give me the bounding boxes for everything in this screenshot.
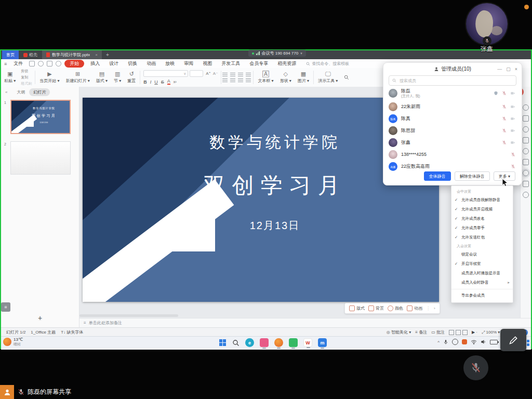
tray-app-icon[interactable] [462, 339, 467, 344]
font-size-select[interactable] [190, 70, 203, 77]
layout-quick-button[interactable]: 版式 [349, 305, 365, 311]
tray-mic-icon[interactable] [443, 339, 448, 345]
member-search-box[interactable] [389, 75, 516, 86]
menu-item-lock-meeting[interactable]: 锁定会议 [451, 250, 513, 259]
effects-tool-icon[interactable] [523, 126, 529, 132]
cut-button[interactable]: 剪切 [21, 69, 32, 74]
close-tab-icon[interactable]: × [95, 52, 98, 57]
align-right-icon[interactable] [238, 78, 243, 83]
member-row[interactable]: 陈磊(主持人, 我) [383, 86, 522, 101]
italic-button[interactable]: I [150, 79, 152, 85]
layout-button[interactable]: ▤版式 ▾ [93, 71, 111, 84]
unmute-all-button[interactable]: 解除全体静音 [455, 171, 490, 181]
collapse-panel-icon[interactable]: « [5, 90, 7, 95]
missing-font-warning[interactable]: T↓ 缺失字体 [61, 329, 83, 335]
undo-icon[interactable] [47, 61, 52, 66]
horizontal-scrollbar[interactable] [79, 314, 178, 317]
speaker-icon[interactable] [481, 339, 486, 344]
add-slide-button[interactable]: + [1, 314, 79, 322]
member-row[interactable]: 陈思甜 [383, 125, 522, 137]
normal-view-icon[interactable] [449, 330, 454, 335]
menu-member[interactable]: 会员专享 [245, 60, 273, 67]
save-icon[interactable] [29, 61, 35, 66]
tab-docer[interactable]: 稻壳 [19, 50, 42, 59]
indent-icon[interactable] [238, 73, 243, 77]
notes-toggle[interactable]: ≡ 备注 [415, 329, 427, 335]
notes-bar[interactable]: ≡ 单击此处添加备注 [79, 318, 531, 327]
wps-app-icon[interactable]: W [303, 338, 312, 347]
green-app-icon[interactable] [289, 338, 298, 347]
animation-quick-button[interactable]: 动画 [407, 305, 422, 311]
member-mic-muted-icon[interactable] [502, 116, 507, 121]
zoom-level[interactable]: ⤢ 100% ▾ [482, 330, 500, 335]
number-list-icon[interactable] [230, 73, 235, 77]
wifi-icon[interactable] [471, 339, 477, 344]
host-shield-icon[interactable] [494, 91, 498, 96]
member-mic-muted-icon[interactable] [502, 91, 507, 96]
align-left-icon[interactable] [222, 78, 228, 83]
menu-item-allow-unmute[interactable]: ✓允许成员自我解除静音 [451, 195, 513, 205]
meeting-id-pill[interactable]: 会议号 190 694 770 ▾ [248, 50, 306, 57]
menu-item-mute-on-join[interactable]: 成员入会时静音▸ [451, 278, 513, 287]
member-camera-off-icon[interactable] [510, 91, 515, 96]
underline-button[interactable]: U [154, 79, 158, 85]
floatbar-next-icon[interactable]: › [434, 306, 435, 311]
browser-app-icon[interactable]: e [245, 338, 254, 347]
reset-button[interactable]: ↺重置 [124, 71, 139, 84]
annotation-tool-button[interactable] [500, 329, 526, 351]
superscript-button[interactable]: x² [174, 80, 177, 84]
weather-widget[interactable]: 13℃ 晴转 [3, 338, 23, 346]
comments-toggle[interactable]: ▭ 批注 [431, 329, 445, 335]
tab-document-active[interactable]: 数学与统计学院.pptx × [42, 50, 102, 59]
shape-button[interactable]: ◇形状 ▾ [277, 71, 295, 84]
meeting-mic-button[interactable] [463, 355, 488, 380]
justify-icon[interactable] [246, 78, 251, 83]
floatbar-more-icon[interactable]: ⋮ [426, 306, 430, 311]
tray-expand-icon[interactable]: ^ [437, 340, 440, 344]
member-mic-muted-icon[interactable] [511, 152, 515, 157]
background-quick-button[interactable]: 背景 [368, 305, 384, 311]
outline-tab[interactable]: 大纲 [12, 88, 29, 96]
copy-button[interactable]: 复制 [21, 75, 32, 80]
picture-button[interactable]: ▦图片 ▾ [295, 71, 312, 84]
image-tool-icon[interactable] [523, 159, 529, 165]
menu-item-allow-rename[interactable]: ✓允许成员改名 [451, 214, 513, 223]
play-from-page-button[interactable]: ▶当页开始 ▾ [36, 71, 62, 84]
menu-item-allow-redpacket[interactable]: ✓允许发送红包 [451, 233, 513, 242]
present-tools-button[interactable]: 🖵演示工具 ▾ [315, 71, 341, 84]
member-mic-muted-icon[interactable] [502, 140, 507, 145]
member-camera-off-icon[interactable] [510, 116, 515, 121]
member-row[interactable]: 陈真 陈真 [383, 113, 522, 125]
font-grow-button[interactable]: A⁺ [206, 71, 211, 76]
panel-maximize-icon[interactable]: ▢ [506, 66, 511, 72]
panel-close-icon[interactable]: × [515, 66, 517, 72]
menu-item-allow-video[interactable]: ✓允许成员开启视频 [451, 205, 513, 214]
pink-app-icon[interactable] [260, 338, 269, 347]
member-camera-off-icon[interactable] [510, 104, 515, 109]
orange-app-icon[interactable] [274, 338, 283, 347]
meeting-toolbar-handle[interactable]: ≡ [1, 302, 10, 312]
align-center-icon[interactable] [230, 78, 235, 83]
history-tool-icon[interactable] [523, 148, 529, 154]
find-replace-button[interactable] [341, 75, 352, 80]
slides-tab[interactable]: 幻灯片 [29, 88, 50, 96]
menu-animation[interactable]: 动画 [142, 60, 161, 67]
member-camera-off-icon[interactable] [510, 128, 515, 133]
taskbar-search-icon[interactable] [232, 339, 240, 347]
bold-button[interactable]: B [143, 79, 147, 85]
layout-tool-icon[interactable] [523, 181, 529, 187]
menu-view[interactable]: 视图 [198, 60, 217, 67]
menu-devtools[interactable]: 开发工具 [217, 60, 245, 67]
menu-start[interactable]: 开始 [64, 60, 84, 68]
tab-home[interactable]: 首页 [2, 50, 19, 59]
sorter-view-icon[interactable] [456, 330, 461, 335]
menu-item-waiting-room[interactable]: ✓开启等候室 [451, 259, 513, 269]
paste-button[interactable]: ▣粘贴 ▾ [1, 71, 19, 84]
command-search[interactable]: 查找命令、搜索模板 [306, 61, 349, 66]
print-icon[interactable] [38, 61, 44, 66]
font-shrink-button[interactable]: A⁻ [213, 71, 218, 76]
assistant-tool-icon[interactable] [523, 170, 529, 176]
section-button[interactable]: ▥节 ▾ [111, 71, 124, 84]
menu-design[interactable]: 设计 [104, 60, 123, 67]
smart-beautify-button[interactable]: ◎ 智能美化 ▾ [387, 329, 411, 335]
